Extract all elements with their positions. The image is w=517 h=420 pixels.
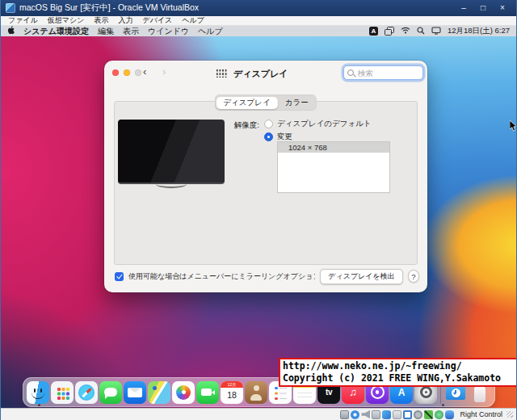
tab-color[interactable]: カラー — [278, 97, 316, 109]
mirroring-checkbox[interactable] — [115, 272, 124, 281]
hard-disk-status-icon[interactable] — [340, 410, 349, 419]
wifi-icon[interactable] — [401, 27, 410, 36]
vb-menu-view[interactable]: 表示 — [89, 15, 113, 26]
download-arrow-icon — [452, 388, 460, 397]
mouse-cursor — [510, 120, 517, 135]
spotlight-icon[interactable] — [417, 27, 425, 36]
menu-system-preferences[interactable]: システム環境設定 — [23, 26, 89, 37]
search-input[interactable] — [356, 68, 416, 78]
radio-off-icon[interactable] — [264, 120, 273, 128]
help-button[interactable]: ? — [408, 270, 419, 283]
dock-icon-mail[interactable] — [124, 381, 146, 404]
window-title: ディスプレイ — [233, 68, 288, 80]
audio-status-icon[interactable] — [361, 410, 370, 419]
vb-statusbar: Right Control — [1, 408, 516, 420]
close-button[interactable]: × — [494, 2, 511, 15]
virtualbox-app-icon — [6, 3, 15, 13]
detect-displays-button[interactable]: ディスプレイを検出 — [320, 269, 402, 284]
dock-icon-safari[interactable] — [75, 381, 98, 404]
resolution-label: 解像度: — [193, 120, 259, 131]
finder-running-indicator — [38, 404, 40, 406]
window-footer: 使用可能な場合はメニューバーにミラーリングオプションを表示 ディスプレイを検出 … — [115, 268, 419, 284]
shared-folders-status-icon[interactable] — [393, 410, 401, 419]
virtualbox-window: macOS Big Sur [実行中] - Oracle VM VirtualB… — [0, 0, 517, 420]
close-window-button[interactable] — [112, 69, 119, 76]
usb-status-icon[interactable] — [382, 410, 391, 419]
zoom-window-button[interactable] — [135, 69, 141, 76]
search-field[interactable] — [343, 65, 423, 80]
network-status-icon[interactable] — [372, 410, 380, 419]
vb-menu-machine[interactable]: 仮想マシン — [43, 15, 90, 26]
macos-menubar: システム環境設定 編集 表示 ウインドウ ヘルプ A 12月18日(土) 6:2… — [1, 26, 516, 36]
watermark-copyright: Copyright (c) 2021 FREE WING,Y.Sakamoto — [283, 372, 514, 384]
traffic-lights — [112, 69, 141, 76]
virtualization-status-icon[interactable] — [424, 410, 433, 419]
menubar-clock[interactable]: 12月18日(土) 6:27 — [448, 26, 510, 36]
tab-bar: ディスプレイ カラー — [215, 94, 317, 111]
minimize-window-button[interactable] — [124, 69, 130, 76]
tab-display[interactable]: ディスプレイ — [216, 97, 277, 109]
vb-titlebar: macOS Big Sur [実行中] - Oracle VM VirtualB… — [1, 0, 516, 16]
recording-status-icon[interactable] — [414, 410, 422, 419]
mission-control-icon[interactable] — [385, 27, 394, 36]
radio-default-label: ディスプレイのデフォルト — [277, 119, 372, 129]
radio-on-icon[interactable] — [264, 132, 273, 141]
resolution-list-item[interactable]: 1024 × 768 — [278, 142, 389, 153]
display-preferences-window: ‹ › ディスプレイ ディスプレイ カラー 解像度: ディスプレイのデフォルト — [104, 61, 427, 292]
desktop-wallpaper: ‹ › ディスプレイ ディスプレイ カラー 解像度: ディスプレイのデフォルト — [1, 36, 516, 408]
calendar-month: 12月 — [221, 381, 243, 388]
back-button[interactable]: ‹ — [143, 66, 146, 77]
apple-logo-icon[interactable] — [7, 26, 15, 36]
display-status-icon[interactable] — [403, 410, 412, 419]
resolution-list[interactable]: 1024 × 768 — [277, 141, 390, 193]
mouse-integration-status-icon[interactable] — [445, 410, 454, 419]
mirroring-checkbox-label: 使用可能な場合はメニューバーにミラーリングオプションを表示 — [128, 271, 315, 282]
vb-window-controls: – □ × — [455, 2, 511, 15]
resize-grip[interactable] — [506, 411, 513, 418]
host-key-label: Right Control — [460, 410, 502, 418]
display-menu-icon[interactable] — [431, 27, 441, 36]
dock-icon-calendar[interactable]: 12月 18 — [221, 381, 243, 404]
menu-edit[interactable]: 編集 — [98, 26, 114, 37]
menu-help[interactable]: ヘルプ — [198, 26, 223, 37]
menu-window[interactable]: ウインドウ — [148, 26, 189, 37]
dock-icon-photos[interactable] — [172, 381, 195, 404]
radio-default-resolution[interactable]: ディスプレイのデフォルト — [264, 119, 372, 129]
music-note-icon: ♫ — [349, 387, 357, 397]
menu-view[interactable]: 表示 — [123, 26, 139, 37]
dock-icon-maps[interactable] — [148, 381, 170, 404]
features-status-icon[interactable] — [435, 410, 443, 419]
maximize-button[interactable]: □ — [474, 2, 492, 15]
vb-menu-input[interactable]: 入力 — [113, 15, 137, 26]
forward-button[interactable]: › — [162, 66, 166, 77]
input-method-icon[interactable]: A — [369, 27, 378, 36]
vb-window-title: macOS Big Sur [実行中] - Oracle VM VirtualB… — [19, 2, 451, 14]
vb-menu-devices[interactable]: デバイス — [137, 15, 177, 26]
watermark-url: http://www.neko.ne.jp/~freewing/ — [283, 360, 514, 372]
system-preferences-running-indicator — [442, 404, 444, 406]
vb-menu-file[interactable]: ファイル — [3, 15, 43, 26]
app-store-logo: A — [398, 387, 406, 398]
calendar-day: 18 — [221, 388, 243, 404]
show-all-grid-icon[interactable] — [216, 69, 227, 78]
optical-drive-status-icon[interactable] — [351, 410, 359, 419]
search-icon — [347, 69, 354, 76]
tv-logo: tv — [326, 388, 332, 397]
watermark-overlay: http://www.neko.ne.jp/~freewing/ Copyrig… — [279, 358, 517, 387]
dock-icon-launchpad[interactable] — [51, 381, 74, 404]
minimize-button[interactable]: – — [455, 2, 473, 15]
menubar-status-items: A 12月18日(土) 6:27 — [369, 26, 510, 36]
dock-icon-contacts[interactable] — [245, 381, 267, 404]
dock-icon-messages[interactable] — [99, 381, 122, 404]
dock-icon-facetime[interactable] — [196, 381, 219, 404]
vb-menu-help[interactable]: ヘルプ — [177, 15, 209, 26]
vb-menubar: ファイル 仮想マシン 表示 入力 デバイス ヘルプ — [1, 16, 516, 26]
dock-icon-finder[interactable] — [27, 381, 49, 404]
